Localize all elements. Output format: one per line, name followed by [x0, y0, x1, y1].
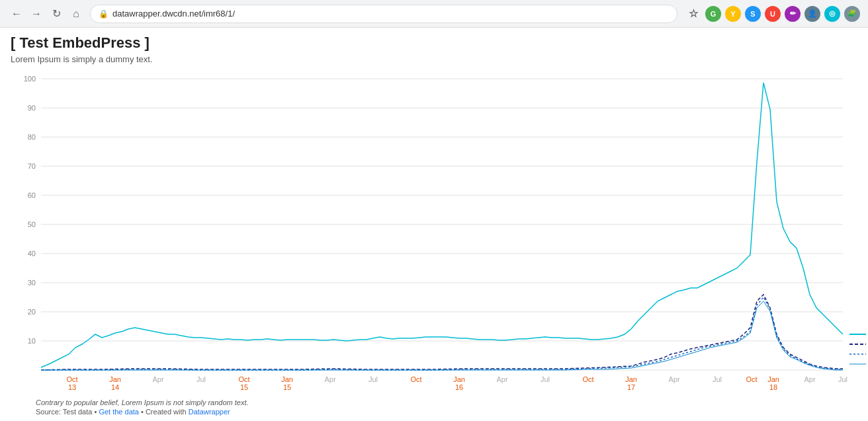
x-label-apr5: Apr: [804, 375, 815, 383]
browser-chrome: ← → ↻ ⌂ 🔒 datawrapper.dwcdn.net/imr68/1/…: [0, 0, 868, 28]
chart-footer-note: Contrary to popular belief, Lorem Ipsum …: [36, 398, 857, 406]
page-subtitle: Lorem Ipsum is simply a dummy text.: [11, 54, 857, 64]
y-label-60: 60: [28, 191, 36, 199]
x-label-jan16: Jan: [453, 375, 465, 383]
star-icon[interactable]: ☆: [685, 6, 701, 22]
lock-icon: 🔒: [99, 9, 108, 19]
x-label-jul5: Jul: [838, 375, 847, 383]
browser-actions: ☆ G Y S U ✏ 👤 ◎ 🧩: [685, 6, 860, 22]
ethereum-line: [41, 297, 843, 370]
x-label-oct13: Oct: [66, 375, 77, 383]
chart-container: 100 90 80 70 60 50 40 30 20 10: [11, 70, 857, 416]
x-label-jul4: Jul: [713, 375, 722, 383]
x-label-14: 14: [111, 383, 119, 391]
x-label-16: 16: [455, 383, 463, 391]
ext-u-icon[interactable]: U: [765, 6, 781, 22]
x-label-jul1: Jul: [196, 375, 206, 383]
x-label-oct15: Oct: [238, 375, 249, 383]
nav-buttons: ← → ↻ ⌂: [8, 5, 85, 23]
x-label-oct18: Oct: [746, 375, 757, 383]
ext-pen-icon[interactable]: ✏: [785, 6, 801, 22]
y-label-100: 100: [24, 75, 36, 83]
chart-footer-source: Source: Test data • Get the data • Creat…: [36, 408, 857, 416]
url-text: datawrapper.dwcdn.net/imr68/1/: [112, 9, 235, 19]
ext-g-icon[interactable]: G: [705, 6, 721, 22]
bitcoin-line: [41, 83, 843, 367]
x-label-17: 17: [627, 383, 635, 391]
get-data-link[interactable]: Get the data: [99, 408, 139, 416]
ext-circle-icon[interactable]: ◎: [824, 6, 840, 22]
back-button[interactable]: ←: [8, 5, 25, 23]
x-label-jul2: Jul: [369, 375, 378, 383]
source-text: Source: Test data: [36, 408, 92, 416]
y-label-50: 50: [28, 220, 36, 228]
ext-y-icon[interactable]: Y: [725, 6, 741, 22]
created-text: •: [141, 408, 146, 416]
x-label-apr1: Apr: [152, 375, 163, 383]
x-label-jan14: Jan: [109, 375, 121, 383]
x-label-oct16: Oct: [410, 375, 421, 383]
x-label-apr2: Apr: [324, 375, 335, 383]
x-label-apr3: Apr: [496, 375, 507, 383]
chart-footer: Contrary to popular belief, Lorem Ipsum …: [36, 398, 857, 416]
y-label-10: 10: [28, 337, 36, 345]
reload-button[interactable]: ↻: [48, 5, 65, 23]
blockchain-line: [41, 295, 843, 370]
x-label-15-2: 15: [283, 383, 291, 391]
x-label-18: 18: [769, 383, 777, 391]
address-bar[interactable]: 🔒 datawrapper.dwcdn.net/imr68/1/: [90, 5, 677, 23]
x-label-15-1: 15: [240, 383, 248, 391]
page-content: [ Test EmbedPress ] Lorem Ipsum is simpl…: [0, 28, 868, 418]
home-button[interactable]: ⌂: [67, 5, 85, 23]
created-with: Created with: [146, 408, 187, 416]
page-title: [ Test EmbedPress ]: [11, 34, 857, 52]
ext-puzzle-icon[interactable]: 🧩: [844, 6, 860, 22]
chart-svg-wrapper: 100 90 80 70 60 50 40 30 20 10: [36, 70, 857, 396]
x-label-13: 13: [68, 383, 76, 391]
forward-button[interactable]: →: [28, 5, 45, 23]
datawrapper-link[interactable]: Datawrapper: [189, 408, 230, 416]
y-label-20: 20: [28, 308, 36, 316]
chart-svg: 100 90 80 70 60 50 40 30 20 10: [36, 70, 868, 394]
ext-s-icon[interactable]: S: [745, 6, 761, 22]
x-label-jan17: Jan: [625, 375, 637, 383]
x-label-apr4: Apr: [668, 375, 679, 383]
y-label-40: 40: [28, 250, 36, 257]
x-label-jan15: Jan: [281, 375, 293, 383]
x-label-oct17: Oct: [582, 375, 593, 383]
y-label-90: 90: [28, 104, 36, 112]
x-label-jul3: Jul: [541, 375, 550, 383]
y-label-70: 70: [28, 162, 36, 170]
y-label-80: 80: [28, 133, 36, 141]
ext-avatar-icon[interactable]: 👤: [804, 6, 820, 22]
x-label-jan18: Jan: [767, 375, 779, 383]
y-label-30: 30: [28, 279, 36, 287]
